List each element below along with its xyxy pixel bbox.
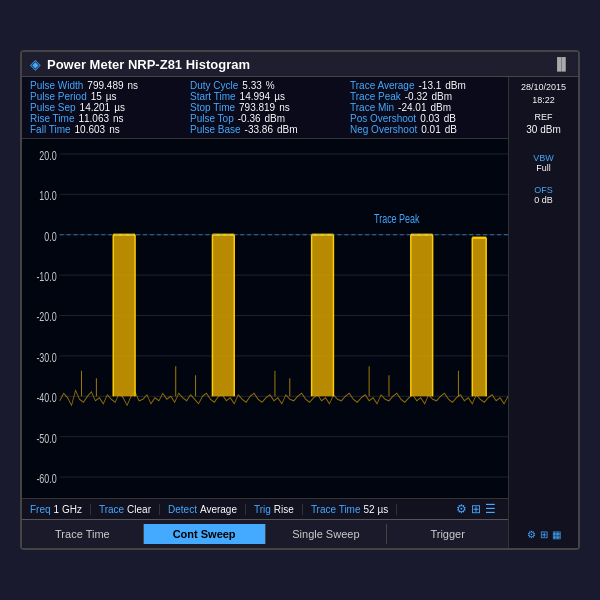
- stats-col-3: Trace Average-13.1dBm Trace Peak-0.32dBm…: [350, 80, 500, 135]
- settings-icon[interactable]: ⚙: [456, 502, 467, 516]
- stats-bar: Pulse Width799.489ns Pulse Period15µs Pu…: [22, 77, 508, 139]
- svg-text:20.0: 20.0: [39, 148, 56, 162]
- stat-label-trace-peak: Trace Peak: [350, 91, 401, 102]
- svg-rect-25: [212, 235, 234, 397]
- toolbar-trace-time[interactable]: Trace Time: [22, 524, 144, 544]
- trace-time-value: 52 µs: [364, 504, 389, 515]
- ofs-label: OFS: [513, 185, 574, 195]
- trig-label: Trig: [254, 504, 271, 515]
- vbw-label: VBW: [513, 153, 574, 163]
- detect-label: Detect: [168, 504, 197, 515]
- svg-text:Trace Peak: Trace Peak: [374, 211, 419, 225]
- graph-container: 20.0 10.0 0.0 -10.0 -20.0 -30.0 -40.0 -5…: [22, 139, 508, 498]
- trace-value: Clear: [127, 504, 151, 515]
- datetime-display: 28/10/2015 18:22: [513, 81, 574, 106]
- stats-col-2: Duty Cycle5.33% Start Time14.994µs Stop …: [190, 80, 340, 135]
- stat-label-pulse-width: Pulse Width: [30, 80, 83, 91]
- svg-rect-1: [22, 139, 508, 498]
- vbw-value: Full: [513, 163, 574, 173]
- svg-text:-60.0: -60.0: [36, 471, 56, 485]
- main-content: Pulse Width799.489ns Pulse Period15µs Pu…: [22, 77, 578, 548]
- logo-icon: ◈: [30, 56, 41, 72]
- freq-value: 1 GHz: [54, 504, 82, 515]
- svg-text:-30.0: -30.0: [36, 350, 56, 364]
- battery-icon: ▐▌: [553, 57, 570, 71]
- svg-text:0.0: 0.0: [44, 229, 56, 243]
- toolbar-cont-sweep[interactable]: Cont Sweep: [144, 524, 266, 544]
- trig-value: Rise: [274, 504, 294, 515]
- title-bar: ◈ Power Meter NRP-Z81 Histogram ▐▌: [22, 52, 578, 77]
- ref-label: REF: [513, 112, 574, 122]
- window-title: Power Meter NRP-Z81 Histogram: [47, 57, 250, 72]
- stat-label-fall-time: Fall Time: [30, 124, 71, 135]
- svg-text:-20.0: -20.0: [36, 310, 56, 324]
- svg-rect-33: [411, 235, 433, 397]
- status-trig: Trig Rise: [246, 504, 303, 515]
- stats-col-1: Pulse Width799.489ns Pulse Period15µs Pu…: [30, 80, 180, 135]
- stat-label-pulse-base: Pulse Base: [190, 124, 241, 135]
- instrument-frame: ◈ Power Meter NRP-Z81 Histogram ▐▌ Pulse…: [20, 50, 580, 550]
- stat-label-start-time: Start Time: [190, 91, 236, 102]
- toolbar-trigger[interactable]: Trigger: [387, 524, 508, 544]
- trace-label: Trace: [99, 504, 124, 515]
- right-icon-1[interactable]: ⚙: [527, 529, 536, 540]
- chart-area: Pulse Width799.489ns Pulse Period15µs Pu…: [22, 77, 508, 548]
- svg-text:-50.0: -50.0: [36, 431, 56, 445]
- stat-label-rise-time: Rise Time: [30, 113, 74, 124]
- status-trace-time[interactable]: Trace Time 52 µs: [303, 504, 397, 515]
- detect-value: Average: [200, 504, 237, 515]
- bottom-toolbar: Trace Time Cont Sweep Single Sweep Trigg…: [22, 519, 508, 548]
- right-panel: 28/10/2015 18:22 REF 30 dBm VBW Full OFS…: [508, 77, 578, 548]
- stat-label-pulse-top: Pulse Top: [190, 113, 234, 124]
- status-bar: Freq 1 GHz Trace Clear Detect Average Tr…: [22, 498, 508, 519]
- ofs-value: 0 dB: [513, 195, 574, 205]
- svg-text:-40.0: -40.0: [36, 390, 56, 404]
- svg-text:10.0: 10.0: [39, 189, 56, 203]
- svg-rect-37: [472, 238, 486, 397]
- chart-svg: 20.0 10.0 0.0 -10.0 -20.0 -30.0 -40.0 -5…: [22, 139, 508, 498]
- status-freq: Freq 1 GHz: [30, 504, 91, 515]
- right-icon-2[interactable]: ⊞: [540, 529, 548, 540]
- menu-icon[interactable]: ☰: [485, 502, 496, 516]
- svg-rect-29: [312, 235, 334, 397]
- right-icon-3[interactable]: ▦: [552, 529, 561, 540]
- stat-label-pulse-period: Pulse Period: [30, 91, 87, 102]
- stat-label-duty-cycle: Duty Cycle: [190, 80, 238, 91]
- freq-label: Freq: [30, 504, 51, 515]
- stat-label-stop-time: Stop Time: [190, 102, 235, 113]
- stat-label-pulse-sep: Pulse Sep: [30, 102, 76, 113]
- trace-time-label: Trace Time: [311, 504, 361, 515]
- stat-label-pos-overshoot: Pos Overshoot: [350, 113, 416, 124]
- ref-value: 30 dBm: [513, 124, 574, 135]
- status-detect: Detect Average: [160, 504, 246, 515]
- stat-label-trace-min: Trace Min: [350, 102, 394, 113]
- right-icons: ⚙ ⊞ ▦: [513, 529, 574, 544]
- svg-rect-21: [113, 235, 135, 397]
- toolbar-single-sweep[interactable]: Single Sweep: [266, 524, 388, 544]
- stat-label-trace-avg: Trace Average: [350, 80, 414, 91]
- status-trace[interactable]: Trace Clear: [91, 504, 160, 515]
- zoom-icon[interactable]: ⊞: [471, 502, 481, 516]
- svg-text:-10.0: -10.0: [36, 269, 56, 283]
- stat-label-neg-overshoot: Neg Overshoot: [350, 124, 417, 135]
